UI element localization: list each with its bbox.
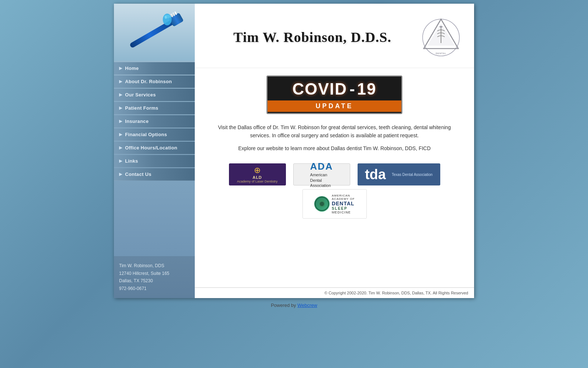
ald-full-name: Academy of Laser Dentistry [237, 180, 278, 183]
ald-globe-icon: ⊕ [254, 166, 261, 175]
sidebar-logo [114, 4, 195, 61]
logo-emblem: DENTAL [419, 14, 463, 61]
nav-arrow-links: ▶ [119, 159, 122, 163]
svg-text:DENTAL: DENTAL [435, 52, 446, 54]
nav-arrow-home: ▶ [119, 66, 122, 71]
ald-badge[interactable]: ⊕ ALD Academy of Laser Dentistry [229, 163, 286, 185]
nav-arrow-insurance: ▶ [119, 119, 122, 124]
aadsm-text-block: AMERICAN ACADEMY OF DENTAL SLEEP MEDICIN… [332, 194, 355, 214]
ald-acronym: ALD [252, 175, 262, 180]
nav-item-insurance[interactable]: ▶ Insurance [114, 115, 195, 128]
nav-item-patient-forms[interactable]: ▶ Patient Forms [114, 102, 195, 114]
ald-inner: ⊕ ALD Academy of Laser Dentistry [237, 166, 278, 183]
nav-arrow-services: ▶ [119, 92, 122, 97]
main-content: Tim W. Robinson, D.D.S. [195, 4, 474, 298]
covid-box[interactable]: COVID - 19 UPDATE [266, 75, 402, 114]
aadsm-badge[interactable]: AMERICAN ACADEMY OF DENTAL SLEEP MEDICIN… [302, 189, 367, 219]
nav-item-office-hours[interactable]: ▶ Office Hours/Location [114, 142, 195, 154]
assoc-row-2: AMERICAN ACADEMY OF DENTAL SLEEP MEDICIN… [206, 189, 463, 219]
aadsm-circle-icon [314, 196, 330, 212]
powered-by-section: Powered by Webcrew [271, 298, 317, 312]
nav-arrow-about: ▶ [119, 79, 122, 84]
nav-item-about[interactable]: ▶ About Dr. Robinson [114, 75, 195, 88]
nav-menu: ▶ Home ▶ About Dr. Robinson ▶ Our Servic… [114, 61, 195, 256]
toothbrush-icon [119, 8, 189, 56]
associations: ⊕ ALD Academy of Laser Dentistry ADA Ame… [206, 163, 463, 185]
covid-update-bar: UPDATE [268, 100, 401, 112]
svg-rect-8 [173, 13, 175, 16]
nav-item-links[interactable]: ▶ Links [114, 155, 195, 167]
tda-badge[interactable]: tda Texas Dental Association [358, 163, 440, 185]
powered-by-label: Powered by [271, 302, 296, 308]
content-header: Tim W. Robinson, D.D.S. [195, 4, 474, 68]
copyright-text: © Copyright 2002-2020. Tim W. Robinson, … [325, 291, 468, 295]
footer-bar: © Copyright 2002-2020. Tim W. Robinson, … [195, 287, 474, 298]
site-title-area: Tim W. Robinson, D.D.S. [206, 29, 419, 46]
aadsm-inner: AMERICAN ACADEMY OF DENTAL SLEEP MEDICIN… [314, 194, 355, 214]
ada-badge[interactable]: ADA American Dental Association [293, 163, 350, 185]
aadsm-line2: ACADEMY OF [332, 197, 355, 201]
ada-full-line1: American [310, 172, 327, 177]
covid-update-text: UPDATE [316, 102, 354, 110]
content-body: COVID - 19 UPDATE Visit the Dallas offic… [195, 68, 474, 287]
site-title: Tim W. Robinson, D.D.S. [233, 29, 391, 46]
covid-19-text: 19 [357, 80, 377, 98]
covid-dash: - [349, 80, 355, 98]
body-text-line2: Explore our website to learn more about … [213, 144, 456, 152]
covid-banner: COVID - 19 UPDATE [206, 75, 463, 114]
ada-full-line2: Dental [310, 178, 322, 183]
address-city: Dallas, TX 75230 [119, 277, 190, 284]
webcrew-link[interactable]: Webcrew [297, 302, 317, 308]
body-text-area: Visit the Dallas office of Dr. Tim W. Ro… [206, 123, 463, 152]
svg-rect-7 [171, 14, 173, 17]
tda-acronym: tda [365, 167, 386, 183]
nav-item-contact[interactable]: ▶ Contact Us [114, 168, 195, 181]
nav-item-financial-options[interactable]: ▶ Financial Options [114, 128, 195, 141]
aadsm-line3: DENTAL [332, 201, 355, 206]
sidebar-address: Tim W. Robinson, DDS 12740 Hillcrest, Su… [114, 256, 195, 298]
address-phone: 972-960-0671 [119, 285, 190, 292]
ada-text-block: ADA American Dental Association [310, 161, 333, 188]
nav-item-home[interactable]: ▶ Home [114, 62, 195, 75]
aadsm-line4: SLEEP [332, 206, 355, 210]
emblem-svg: DENTAL [421, 15, 461, 60]
nav-arrow-patient-forms: ▶ [119, 106, 122, 110]
aadsm-line5: MEDICINE [332, 210, 355, 214]
address-street: 12740 Hillcrest, Suite 165 [119, 270, 190, 277]
sidebar: ▶ Home ▶ About Dr. Robinson ▶ Our Servic… [114, 4, 195, 298]
ada-acronym: ADA [310, 161, 333, 172]
ada-full-line3: Association [310, 183, 331, 188]
nav-arrow-financial-options: ▶ [119, 132, 122, 137]
body-text-line1: Visit the Dallas office of Dr. Tim W. Ro… [213, 123, 456, 140]
address-name: Tim W. Robinson, DDS [119, 262, 190, 269]
nav-arrow-office-hours: ▶ [119, 145, 122, 150]
svg-point-11 [165, 16, 167, 19]
aadsm-line1: AMERICAN [332, 194, 355, 197]
covid-main-text: COVID [293, 81, 347, 97]
nav-arrow-contact: ▶ [119, 172, 122, 177]
svg-point-18 [320, 202, 324, 206]
tda-sub-text: Texas Dental Association [392, 173, 433, 177]
nav-item-services[interactable]: ▶ Our Services [114, 89, 195, 101]
